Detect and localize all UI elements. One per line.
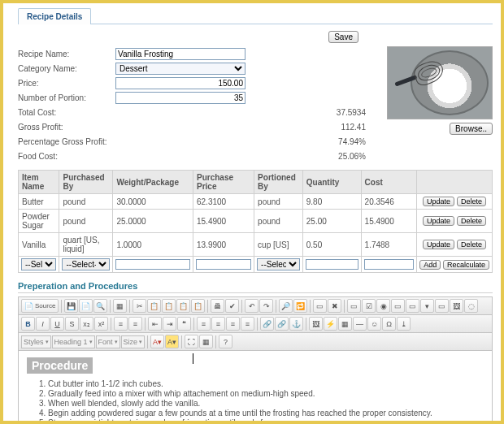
- textarea-icon[interactable]: ▭: [406, 299, 419, 313]
- anchor-icon[interactable]: ⚓: [289, 317, 303, 331]
- portion-input[interactable]: [115, 92, 245, 104]
- image-icon[interactable]: 🖼: [450, 299, 463, 313]
- delete-button[interactable]: Delete: [457, 240, 486, 249]
- category-select[interactable]: Dessert: [115, 63, 245, 75]
- filter-weight-input[interactable]: [115, 259, 190, 270]
- indent-icon[interactable]: ⇥: [163, 317, 176, 331]
- sup-icon[interactable]: x²: [94, 317, 108, 331]
- sub-icon[interactable]: x₂: [80, 317, 93, 331]
- update-button[interactable]: Update: [423, 216, 454, 226]
- outdent-icon[interactable]: ⇤: [148, 317, 162, 331]
- delete-button[interactable]: Delete: [457, 216, 486, 226]
- recipe-name-input[interactable]: [115, 48, 245, 60]
- smiley-icon[interactable]: ☺: [367, 317, 381, 331]
- save-icon[interactable]: 💾: [64, 299, 78, 313]
- strike-icon[interactable]: S: [65, 317, 79, 331]
- filter-purchased-select[interactable]: --Select--: [62, 258, 110, 270]
- hidden-icon[interactable]: ◌: [464, 299, 478, 313]
- filter-item-select[interactable]: --Select--: [21, 258, 56, 270]
- align-center-icon[interactable]: ≡: [211, 317, 225, 331]
- th-actions: [417, 171, 493, 194]
- preview-icon[interactable]: 🔍: [93, 299, 107, 313]
- align-justify-icon[interactable]: ≡: [241, 317, 254, 331]
- find-icon[interactable]: 🔎: [279, 299, 293, 313]
- tab-recipe-details[interactable]: Recipe Details: [18, 8, 91, 24]
- total-cost-value: 37.5934: [115, 108, 367, 117]
- link-icon[interactable]: 🔗: [260, 317, 274, 331]
- th-qty: Quantity: [302, 171, 361, 194]
- delete-button[interactable]: Delete: [457, 197, 486, 206]
- paste-text-icon[interactable]: 📋: [176, 299, 190, 313]
- paste-word-icon[interactable]: 📋: [191, 299, 205, 313]
- spell-icon[interactable]: ✔: [225, 299, 239, 313]
- update-button[interactable]: Update: [423, 240, 454, 249]
- add-button[interactable]: Add: [419, 260, 441, 270]
- blockquote-icon[interactable]: ❝: [177, 317, 191, 331]
- replace-icon[interactable]: 🔁: [293, 299, 307, 313]
- radio-icon[interactable]: ◉: [376, 299, 390, 313]
- cell-actions: UpdateDelete: [417, 194, 493, 210]
- form-icon[interactable]: ▭: [347, 299, 361, 313]
- cell-cost: 15.4900: [361, 210, 417, 233]
- font-select[interactable]: Font▾: [96, 335, 120, 348]
- cell-item: Butter: [19, 194, 59, 210]
- checkbox-icon[interactable]: ☑: [362, 299, 376, 313]
- image2-icon[interactable]: 🖼: [309, 317, 323, 331]
- cell-qty: 25.00: [302, 210, 361, 233]
- template-icon[interactable]: ▦: [113, 299, 127, 313]
- price-input[interactable]: [115, 77, 245, 89]
- procedure-step: Cut butter into 1-1/2 inch cubes.: [48, 379, 484, 388]
- showblocks-icon[interactable]: ▦: [199, 335, 213, 348]
- table-row: Vanillaquart [US, liquid]1.000013.9900cu…: [19, 233, 493, 257]
- cut-icon[interactable]: ✂: [133, 299, 146, 313]
- italic-icon[interactable]: I: [36, 317, 50, 331]
- label-food-cost: Food Cost:: [18, 152, 115, 161]
- source-button[interactable]: 📄Source: [21, 299, 59, 313]
- underline-icon[interactable]: U: [50, 317, 64, 331]
- cell-purchased_by: pound: [59, 210, 113, 233]
- size-select[interactable]: Size▾: [121, 335, 146, 348]
- undo-icon[interactable]: ↶: [245, 299, 259, 313]
- editor-body[interactable]: Procedure Cut butter into 1-1/2 inch cub…: [19, 351, 492, 424]
- flash-icon[interactable]: ⚡: [324, 317, 337, 331]
- selectall-icon[interactable]: ▭: [313, 299, 327, 313]
- select-icon[interactable]: ▾: [420, 299, 434, 313]
- pct-gross-profit-value: 74.94%: [115, 137, 367, 146]
- align-right-icon[interactable]: ≡: [226, 317, 240, 331]
- paste-icon[interactable]: 📋: [162, 299, 176, 313]
- newpage-icon[interactable]: 📄: [79, 299, 93, 313]
- textcolor-icon[interactable]: A▾: [150, 335, 164, 348]
- textfield-icon[interactable]: ▭: [391, 299, 405, 313]
- special-icon[interactable]: Ω: [382, 317, 396, 331]
- ol-icon[interactable]: ≡: [114, 317, 128, 331]
- bgcolor-icon[interactable]: A▾: [165, 335, 179, 348]
- items-table: Item Name Purchased By Weight/Package Pu…: [18, 170, 493, 273]
- removefmt-icon[interactable]: ✖: [328, 299, 341, 313]
- styles-select[interactable]: Styles▾: [21, 335, 51, 348]
- copy-icon[interactable]: 📋: [147, 299, 161, 313]
- hr-icon[interactable]: —: [353, 317, 367, 331]
- align-left-icon[interactable]: ≡: [197, 317, 211, 331]
- about-icon[interactable]: ?: [219, 335, 232, 348]
- label-category: Category Name:: [18, 64, 115, 73]
- recalculate-button[interactable]: Recalculate: [443, 260, 489, 270]
- filter-price-input[interactable]: [196, 259, 251, 270]
- recipe-image[interactable]: [387, 46, 493, 119]
- filter-qty-input[interactable]: [306, 259, 358, 270]
- maximize-icon[interactable]: ⛶: [185, 335, 198, 348]
- browse-button[interactable]: Browse..: [450, 123, 493, 135]
- pagebreak-icon[interactable]: ⤓: [397, 317, 411, 331]
- format-select[interactable]: Heading 1▾: [52, 335, 95, 348]
- table-icon[interactable]: ▦: [338, 317, 352, 331]
- print-icon[interactable]: 🖶: [211, 299, 224, 313]
- bold-icon[interactable]: B: [21, 317, 35, 331]
- button-icon[interactable]: ▭: [435, 299, 449, 313]
- unlink-icon[interactable]: 🔗: [275, 317, 289, 331]
- redo-icon[interactable]: ↷: [259, 299, 273, 313]
- save-button[interactable]: Save: [328, 31, 358, 43]
- label-portion: Number of Portion:: [18, 93, 115, 102]
- filter-cost-input[interactable]: [364, 259, 415, 270]
- update-button[interactable]: Update: [423, 197, 454, 206]
- ul-icon[interactable]: ≡: [128, 317, 142, 331]
- filter-portioned-select[interactable]: --Select--: [257, 258, 300, 270]
